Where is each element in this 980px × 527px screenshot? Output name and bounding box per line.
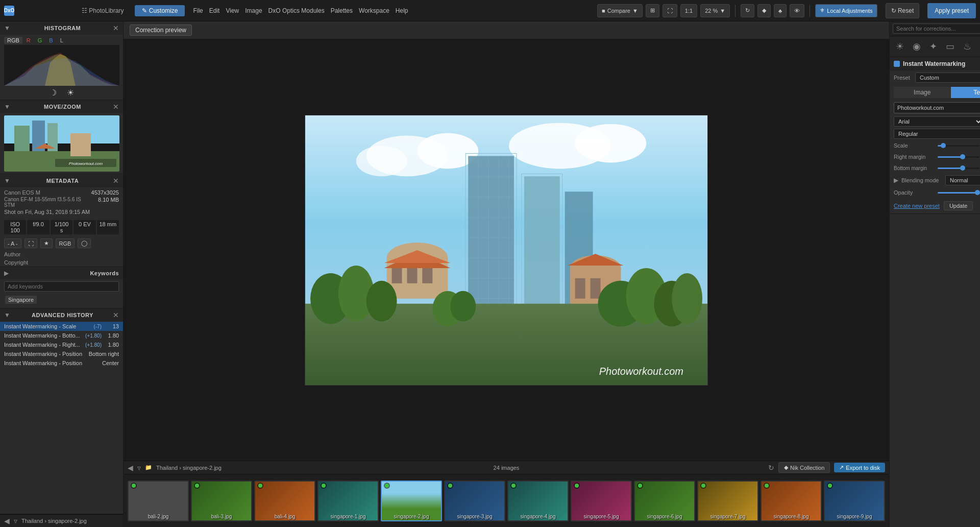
watermark-enabled-checkbox[interactable] [894, 61, 900, 67]
keywords-header[interactable]: ▶ Keywords [0, 267, 123, 279]
light-tool-icon[interactable]: ☀ [894, 39, 905, 54]
hist-tab-rgb[interactable]: RGB [4, 37, 22, 44]
history-item[interactable]: Instant Watermarking - Right... (+1.80) … [0, 340, 123, 349]
image-area[interactable]: Photoworkout.com [124, 39, 889, 461]
keyword-tag-singapore[interactable]: Singapore [5, 296, 37, 304]
film-thumb-3[interactable]: singapore-1.jpg [317, 481, 379, 521]
film-thumb-9[interactable]: singapore-7.jpg [697, 481, 758, 521]
filmstrip-scroll[interactable]: bali-2.jpgbali-3.jpgbali-4.jpgsingapore-… [124, 474, 889, 527]
metadata-header[interactable]: ▼ METADATA ✕ [0, 174, 123, 187]
film-thumb-4[interactable]: singapore-2.jpg [381, 481, 442, 521]
hist-tab-l[interactable]: L [57, 37, 66, 44]
hist-tab-g[interactable]: G [35, 37, 45, 44]
bottom-margin-slider[interactable] [938, 167, 979, 169]
filmstrip-filter-icon[interactable]: ▿ [137, 464, 141, 472]
horizon-button[interactable]: ◆ [757, 4, 771, 17]
scale-slider[interactable] [938, 145, 979, 147]
histogram-header[interactable]: ▼ HISTOGRAM ✕ [0, 21, 123, 35]
update-button[interactable]: Update [944, 201, 973, 210]
tab-photolibrary[interactable]: ☷ PhotoLibrary [75, 5, 131, 16]
grid-view-button[interactable]: ⊞ [646, 4, 659, 17]
copyright-row: Copyright [0, 258, 123, 267]
history-item[interactable]: Instant Watermarking - Position Center [0, 358, 123, 368]
film-thumb-11[interactable]: singapore-9.jpg [824, 481, 885, 521]
menu-help[interactable]: Help [396, 7, 408, 14]
watermark-text-input[interactable] [894, 102, 980, 113]
menu-view[interactable]: View [226, 7, 239, 14]
right-margin-slider[interactable] [938, 156, 979, 158]
style-select[interactable]: Regular [894, 129, 980, 139]
meta-color-button[interactable]: RGB [56, 238, 75, 248]
compare-button[interactable]: ■ Compare ▼ [597, 4, 643, 17]
movezoom-thumbnail[interactable]: Photoworkout.com [4, 115, 119, 172]
hist-tab-r[interactable]: R [23, 37, 34, 44]
preset-select[interactable]: Custom [915, 73, 980, 83]
keywords-input[interactable] [4, 281, 119, 292]
blending-mode-select[interactable]: Normal [945, 175, 980, 185]
history-item[interactable]: Instant Watermarking - Botto... (+1.80) … [0, 331, 123, 340]
film-thumb-6[interactable]: singapore-4.jpg [507, 481, 569, 521]
film-thumb-2[interactable]: bali-4.jpg [254, 481, 315, 521]
eye-button[interactable]: 👁 [790, 4, 804, 17]
dxo-logo-icon: DxO [4, 6, 14, 16]
film-thumb-5[interactable]: singapore-3.jpg [444, 481, 505, 521]
repair-button[interactable]: ♣ [774, 4, 787, 17]
text-tab[interactable]: Text [951, 87, 981, 98]
history-header[interactable]: ▼ ADVANCED HISTORY ✕ [0, 308, 123, 322]
color-tool-icon[interactable]: ◉ [911, 39, 922, 54]
search-corrections-input[interactable] [893, 23, 980, 34]
movezoom-close-icon[interactable]: ✕ [113, 103, 119, 111]
detail-tool-icon[interactable]: ✦ [928, 39, 939, 54]
film-thumb-8[interactable]: singapore-6.jpg [634, 481, 695, 521]
tab-customize[interactable]: ✎ Customize [135, 5, 185, 16]
rotate-button[interactable]: ↻ [741, 4, 754, 17]
filmstrip-back-button[interactable]: ◀ [128, 464, 133, 472]
hist-tab-b[interactable]: B [46, 37, 56, 44]
film-thumb-10[interactable]: singapore-8.jpg [761, 481, 822, 521]
film-thumb-0[interactable]: bali-2.jpg [128, 481, 189, 521]
histogram-close-icon[interactable]: ✕ [113, 24, 119, 32]
sun-icon[interactable]: ☀ [67, 88, 74, 98]
geometry-tool-icon[interactable]: ▭ [944, 39, 956, 54]
menu-workspace[interactable]: Workspace [359, 7, 389, 14]
image-tab[interactable]: Image [894, 87, 951, 98]
menu-edit[interactable]: Edit [209, 7, 220, 14]
meta-crop-button[interactable]: ⛶ [24, 238, 37, 248]
moon-icon[interactable]: ☽ [50, 88, 57, 98]
create-preset-button[interactable]: Create new preset [894, 203, 940, 209]
meta-circle-button[interactable]: ◯ [78, 238, 91, 248]
movezoom-header[interactable]: ▼ MOVE/ZOOM ✕ [0, 100, 123, 113]
history-close-icon[interactable]: ✕ [113, 311, 119, 319]
left-filter-icon[interactable]: ▿ [14, 517, 17, 525]
menu-image[interactable]: Image [245, 7, 262, 14]
thumb-label-9: singapore-7.jpg [698, 514, 757, 519]
filmstrip-refresh-button[interactable]: ↻ [768, 464, 774, 472]
correction-preview-button[interactable]: Correction preview [130, 25, 192, 36]
nik-icon: ◆ [784, 464, 788, 471]
history-item[interactable]: Instant Watermarking - Scale (-7) 13 [0, 322, 123, 331]
right-margin-slider-row: Right margin 1.80 ▲ ▼ [890, 151, 980, 162]
blending-collapse-icon[interactable]: ▶ [894, 177, 898, 184]
menu-dxo-optics[interactable]: DxO Optics Modules [268, 7, 325, 14]
meta-star-button[interactable]: ★ [40, 238, 53, 248]
meta-a-button[interactable]: - A - [4, 238, 21, 248]
film-thumb-1[interactable]: bali-3.jpg [191, 481, 252, 521]
opacity-slider[interactable] [938, 192, 979, 194]
effects-tool-icon[interactable]: ♨ [962, 39, 973, 54]
local-adjustments-button[interactable]: ⚜ Local Adjustments [815, 4, 877, 17]
left-nav-back-icon[interactable]: ◀ [4, 517, 10, 525]
menu-file[interactable]: File [193, 7, 203, 14]
export-to-disk-button[interactable]: ↗ Export to disk [834, 463, 885, 472]
nik-collection-button[interactable]: ◆ Nik Collection [778, 462, 830, 473]
apply-preset-button[interactable]: Apply preset [927, 3, 976, 18]
right-tools-row: ☀ ◉ ✦ ▭ ♨ ◐ fx [890, 36, 980, 57]
zoom-level-button[interactable]: 22 % ▼ [700, 4, 730, 17]
history-item[interactable]: Instant Watermarking - Position Bottom r… [0, 349, 123, 358]
font-select[interactable]: Arial [894, 116, 980, 127]
zoom-1to1-button[interactable]: 1:1 [680, 4, 697, 17]
film-thumb-7[interactable]: singapore-5.jpg [571, 481, 632, 521]
menu-palettes[interactable]: Palettes [331, 7, 353, 14]
metadata-close-icon[interactable]: ✕ [113, 177, 119, 185]
crop-button[interactable]: ⛶ [663, 4, 677, 17]
reset-button[interactable]: ↻ Reset [886, 3, 920, 18]
